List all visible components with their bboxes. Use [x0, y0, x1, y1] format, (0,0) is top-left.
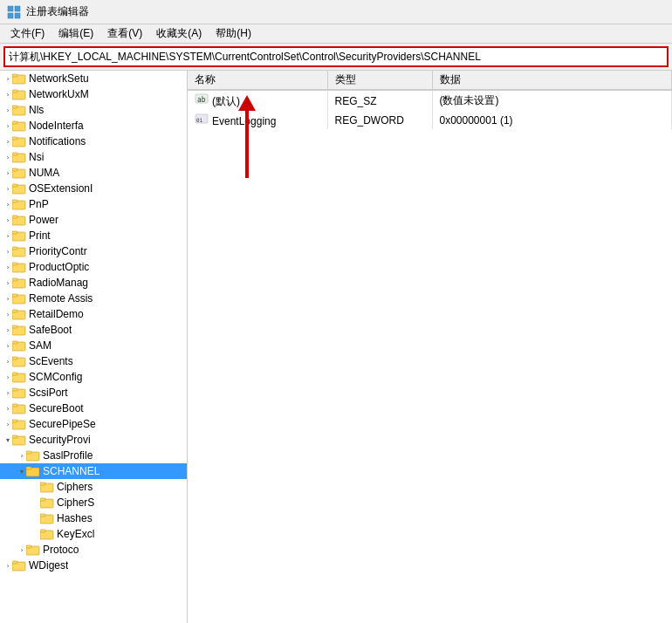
tree-item-power[interactable]: › Power — [0, 212, 187, 228]
reg-type-icon: 01 — [195, 113, 209, 125]
expand-icon[interactable]: › — [3, 247, 12, 256]
svg-rect-41 — [12, 357, 17, 359]
tree-item-keyExcl[interactable]: KeyExcl — [0, 526, 187, 542]
svg-rect-65 — [26, 545, 31, 548]
col-name[interactable]: 名称 — [188, 71, 327, 90]
expand-icon[interactable]: › — [3, 420, 12, 428]
expand-icon[interactable]: › — [3, 200, 12, 209]
tree-item-schannel[interactable]: ▾ SCHANNEL — [0, 463, 187, 479]
tree-item-nodeInterfa[interactable]: › NodeInterfa — [0, 118, 187, 134]
tree-item-remoteAssis[interactable]: › Remote Assis — [0, 291, 187, 306]
tree-item-osExtensionI[interactable]: › OSExtensionI — [0, 181, 187, 196]
tree-label: Print — [29, 229, 51, 242]
tree-item-cipherS[interactable]: CipherS — [0, 495, 187, 510]
svg-rect-45 — [12, 388, 17, 391]
tree-item-numa[interactable]: › NUMA — [0, 165, 187, 181]
tree-item-scsiPort[interactable]: › ScsiPort — [0, 385, 187, 400]
tree-label: Remote Assis — [29, 292, 93, 305]
folder-icon — [12, 434, 26, 446]
svg-rect-61 — [40, 514, 45, 517]
col-data[interactable]: 数据 — [432, 71, 672, 90]
tree-item-wdigest[interactable]: › WDigest — [0, 558, 187, 573]
folder-icon — [12, 182, 26, 195]
tree-item-nls[interactable]: › Nls — [0, 102, 187, 118]
expand-icon[interactable]: › — [17, 451, 26, 460]
tree-item-securePipeSe[interactable]: › SecurePipeSe — [0, 416, 187, 432]
svg-text:01: 01 — [196, 117, 203, 123]
folder-icon — [40, 528, 54, 540]
tree-item-securityProvi[interactable]: ▾ SecurityProvi — [0, 432, 187, 448]
folder-icon — [40, 481, 54, 493]
tree-item-priorityContr[interactable]: › PriorityContr — [0, 243, 187, 259]
folder-icon — [40, 496, 54, 509]
expand-icon[interactable]: › — [3, 325, 12, 334]
col-type[interactable]: 类型 — [327, 71, 432, 90]
tree-label: ScEvents — [29, 355, 73, 367]
tree-item-saslProfile[interactable]: › SaslProfile — [0, 448, 187, 463]
tree-label: PnP — [29, 198, 49, 210]
tree-item-notifications[interactable]: › Notifications — [0, 134, 187, 149]
menu-view[interactable]: 查看(V) — [100, 24, 149, 43]
folder-icon — [12, 120, 26, 132]
expand-icon[interactable]: › — [3, 168, 12, 177]
expand-icon[interactable]: › — [3, 310, 12, 318]
expand-icon[interactable]: › — [3, 294, 12, 303]
expand-icon[interactable]: › — [17, 545, 26, 554]
expand-icon[interactable]: › — [3, 90, 12, 99]
expand-icon[interactable]: › — [3, 137, 12, 146]
registry-tree[interactable]: › NetworkSetu› NetworkUxM› Nls› NodeInte… — [0, 71, 188, 623]
tree-item-networkSetu[interactable]: › NetworkSetu — [0, 71, 187, 86]
svg-rect-15 — [12, 153, 17, 155]
tree-label: SAM — [29, 339, 51, 352]
menu-file[interactable]: 文件(F) — [3, 24, 51, 43]
folder-icon — [12, 308, 26, 320]
tree-item-print[interactable]: › Print — [0, 228, 187, 243]
tree-item-networkUxM[interactable]: › NetworkUxM — [0, 86, 187, 102]
tree-item-nsi[interactable]: › Nsi — [0, 149, 187, 165]
tree-item-ciphers[interactable]: Ciphers — [0, 479, 187, 495]
title-bar: 注册表编辑器 — [0, 0, 672, 24]
expand-icon[interactable]: › — [3, 231, 12, 240]
tree-item-scmConfig[interactable]: › SCMConfig — [0, 369, 187, 385]
tree-item-productOptic[interactable]: › ProductOptic — [0, 259, 187, 275]
folder-icon — [12, 214, 26, 226]
tree-item-retailDemo[interactable]: › RetailDemo — [0, 306, 187, 322]
tree-label: OSExtensionI — [29, 182, 93, 195]
table-row[interactable]: 01 EventLogging REG_DWORD 0x00000001 (1) — [188, 111, 672, 129]
expand-icon[interactable]: › — [3, 404, 12, 413]
expand-icon[interactable]: › — [3, 357, 12, 366]
menu-help[interactable]: 帮助(H) — [209, 24, 258, 43]
expand-icon[interactable]: › — [3, 278, 12, 287]
expand-icon[interactable]: › — [3, 388, 12, 397]
expand-icon[interactable]: › — [3, 373, 12, 381]
tree-item-pnp[interactable]: › PnP — [0, 196, 187, 212]
svg-rect-29 — [12, 263, 17, 265]
address-path[interactable]: 计算机\HKEY_LOCAL_MACHINE\SYSTEM\CurrentCon… — [9, 50, 663, 65]
expand-icon[interactable]: › — [3, 74, 12, 83]
expand-icon[interactable]: › — [3, 263, 12, 271]
tree-item-safeBoot[interactable]: › SafeBoot — [0, 322, 187, 338]
table-row[interactable]: ab (默认) REG_SZ (数值未设置) — [188, 90, 672, 111]
expand-icon[interactable]: › — [3, 121, 12, 130]
expand-icon[interactable]: › — [3, 106, 12, 114]
expand-icon[interactable]: ▾ — [3, 435, 12, 444]
folder-icon — [12, 198, 26, 210]
reg-type-cell: REG_SZ — [327, 90, 432, 111]
expand-icon[interactable]: ▾ — [17, 467, 26, 476]
tree-item-sam[interactable]: › SAM — [0, 338, 187, 353]
folder-icon — [12, 292, 26, 305]
menu-favorites[interactable]: 收藏夹(A) — [149, 24, 209, 43]
expand-icon[interactable]: › — [3, 216, 12, 224]
folder-icon — [12, 261, 26, 273]
expand-icon[interactable]: › — [3, 153, 12, 161]
tree-item-secureBoot[interactable]: › SecureBoot — [0, 400, 187, 416]
tree-item-radioManag[interactable]: › RadioManag — [0, 275, 187, 291]
tree-label: SCMConfig — [29, 371, 82, 383]
expand-icon[interactable]: › — [3, 561, 12, 570]
tree-item-protoco[interactable]: › Protoco — [0, 542, 187, 558]
expand-icon[interactable]: › — [3, 184, 12, 193]
menu-edit[interactable]: 编辑(E) — [51, 24, 100, 43]
expand-icon[interactable]: › — [3, 341, 12, 350]
tree-item-scEvents[interactable]: › ScEvents — [0, 353, 187, 369]
tree-item-hashes[interactable]: Hashes — [0, 510, 187, 526]
